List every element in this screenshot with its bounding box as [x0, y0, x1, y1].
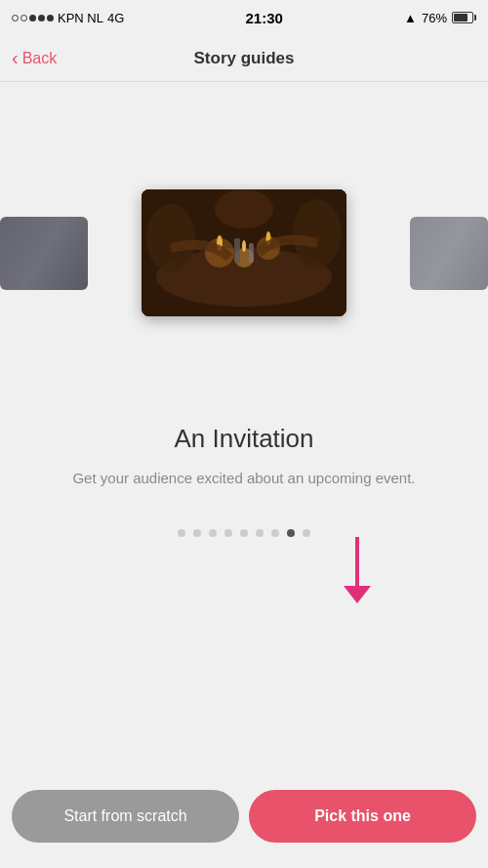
nav-title: Story guides [194, 49, 295, 68]
status-bar: KPN NL 4G 21:30 ▲ 76% [0, 0, 488, 35]
text-area: An Invitation Get your audience excited … [33, 414, 454, 490]
time-label: 21:30 [246, 10, 283, 26]
back-chevron-icon: ‹ [12, 47, 19, 69]
indicator-dot-3[interactable] [224, 529, 232, 537]
carousel-card-left[interactable] [0, 217, 88, 290]
guide-title: An Invitation [72, 424, 415, 454]
bottom-buttons: Start from scratch Pick this one [0, 770, 488, 868]
signal-icon [12, 15, 54, 21]
network-label: 4G [107, 11, 124, 25]
battery-label: 76% [422, 11, 447, 25]
carousel-card-main[interactable] [142, 189, 346, 316]
status-right: ▲ 76% [404, 11, 476, 25]
indicator-dot-2[interactable] [209, 529, 217, 537]
start-from-scratch-button[interactable]: Start from scratch [12, 790, 239, 843]
indicator-dot-5[interactable] [256, 529, 264, 537]
arrow-container [0, 537, 488, 615]
battery-icon [452, 12, 476, 23]
nav-bar: ‹ Back Story guides [0, 35, 488, 82]
back-label: Back [22, 50, 58, 67]
indicator-dot-8[interactable] [303, 529, 310, 537]
svg-rect-13 [142, 189, 346, 316]
status-left: KPN NL 4G [12, 11, 124, 25]
dots-indicator[interactable] [178, 529, 310, 537]
carousel[interactable] [0, 82, 488, 414]
indicator-dot-6[interactable] [271, 529, 279, 537]
main-content: An Invitation Get your audience excited … [0, 82, 488, 868]
carousel-card-right[interactable] [410, 217, 488, 290]
indicator-dot-1[interactable] [193, 529, 201, 537]
arrow-down-icon [344, 537, 371, 615]
location-icon: ▲ [404, 11, 417, 25]
guide-description: Get your audience excited about an upcom… [72, 468, 415, 490]
indicator-dot-0[interactable] [178, 529, 185, 537]
back-button[interactable]: ‹ Back [12, 47, 57, 69]
indicator-dot-4[interactable] [240, 529, 248, 537]
pick-this-one-button[interactable]: Pick this one [249, 790, 476, 843]
indicator-dot-7[interactable] [287, 529, 295, 537]
carrier-label: KPN NL [58, 11, 103, 25]
